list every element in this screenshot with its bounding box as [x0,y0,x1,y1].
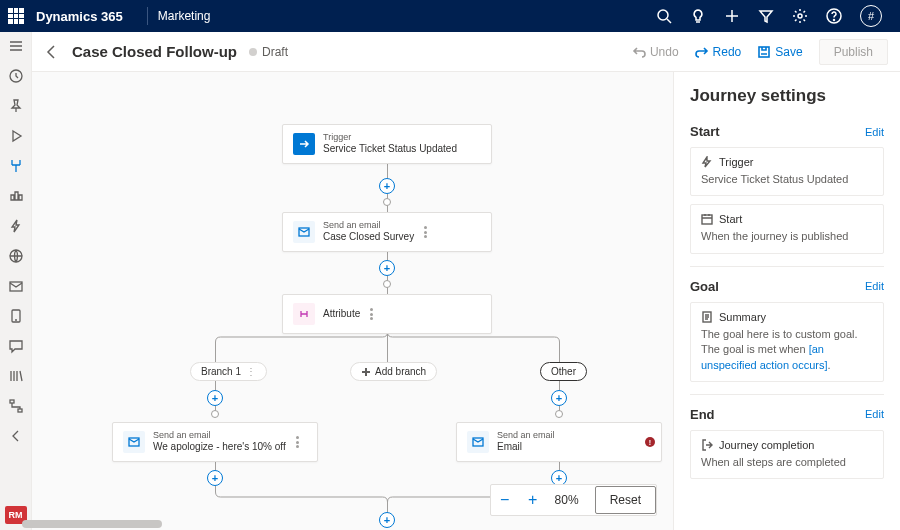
goal-text: The goal here is to custom goal. The goa… [701,327,873,373]
status-badge: Draft [262,45,288,59]
segments-icon[interactable] [8,188,24,204]
zoom-out-button[interactable]: − [491,491,519,509]
add-icon[interactable] [724,8,740,24]
clock-icon[interactable] [8,68,24,84]
gear-icon[interactable] [792,8,808,24]
other-pill[interactable]: Other [540,362,587,381]
journey-icon[interactable] [8,158,24,174]
email-node-apology[interactable]: Send an emailWe apologize - here's 10% o… [112,422,318,462]
card-label: Start [719,213,742,225]
add-step-button[interactable]: + [551,390,567,406]
flow-icon[interactable] [8,398,24,414]
branch-pill[interactable]: Branch 1⋮ [190,362,267,381]
menu-icon[interactable] [8,38,24,54]
zoom-controls: − + 80% Reset [490,484,657,516]
zoom-in-button[interactable]: + [519,491,547,509]
globe-icon[interactable] [8,248,24,264]
card-label: Journey completion [719,439,814,451]
chevron-left-icon[interactable] [8,428,24,444]
card-label: Trigger [719,156,753,168]
end-completion-card[interactable]: Journey completion When all steps are co… [690,430,884,479]
publish-button[interactable]: Publish [819,39,888,65]
command-bar: Case Closed Follow-up Draft Undo Redo Sa… [32,32,900,72]
panel-title: Journey settings [690,86,884,106]
connector-dot [555,410,563,418]
filter-icon[interactable] [758,8,774,24]
section-goal-heading: Goal [690,279,719,294]
node-label: Send an email [323,221,414,231]
card-value: Service Ticket Status Updated [701,172,873,187]
search-icon[interactable] [656,8,672,24]
node-title: Email [497,441,555,453]
attribute-node[interactable]: Attribute [282,294,492,334]
journey-canvas[interactable]: TriggerService Ticket Status Updated + S… [32,72,674,530]
branch-label: Branch 1 [201,366,241,377]
add-step-button[interactable]: + [207,470,223,486]
add-branch-label: Add branch [375,366,426,377]
chat-icon[interactable] [8,338,24,354]
error-icon[interactable]: ! [645,437,655,447]
node-label: Send an email [153,431,286,441]
back-icon[interactable] [44,44,60,60]
more-icon[interactable] [296,436,299,448]
play-icon[interactable] [8,128,24,144]
edit-goal-link[interactable]: Edit [865,280,884,292]
library-icon[interactable] [8,368,24,384]
edit-start-link[interactable]: Edit [865,126,884,138]
svg-point-1 [798,14,802,18]
device-icon[interactable] [8,308,24,324]
summary-icon [701,311,713,323]
zoom-reset-button[interactable]: Reset [595,486,656,514]
section-end-heading: End [690,407,715,422]
redo-button[interactable]: Redo [695,45,742,59]
topbar-divider [147,7,148,25]
help-icon[interactable] [826,8,842,24]
calendar-icon [701,213,713,225]
email-node-survey[interactable]: Send an emailCase Closed Survey [282,212,492,252]
bolt-icon[interactable] [8,218,24,234]
card-value: When the journey is published [701,229,873,244]
add-step-button[interactable]: + [207,390,223,406]
svg-point-3 [834,20,835,21]
trigger-node[interactable]: TriggerService Ticket Status Updated [282,124,492,164]
lightbulb-icon[interactable] [690,8,706,24]
avatar[interactable]: # [860,5,882,27]
settings-panel: Journey settings StartEdit Trigger Servi… [674,72,900,530]
connector-dot [383,280,391,288]
more-icon[interactable] [370,308,373,320]
pin-icon[interactable] [8,98,24,114]
app-launcher-icon[interactable] [8,8,24,24]
add-branch-button[interactable]: Add branch [350,362,437,381]
topbar-actions: # [656,5,882,27]
save-button[interactable]: Save [757,45,802,59]
svg-rect-14 [702,215,712,224]
section-start-heading: Start [690,124,720,139]
app-name[interactable]: Marketing [158,9,211,23]
email-node-other[interactable]: Send an emailEmail ! [456,422,662,462]
svg-rect-8 [10,400,14,403]
horizontal-scrollbar[interactable] [0,520,900,528]
start-trigger-card[interactable]: Trigger Service Ticket Status Updated [690,147,884,196]
card-label: Summary [719,311,766,323]
start-when-card[interactable]: Start When the journey is published [690,204,884,253]
undo-button[interactable]: Undo [632,45,679,59]
exit-icon [701,439,713,451]
global-topbar: Dynamics 365 Marketing # [0,0,900,32]
more-icon[interactable] [424,226,427,238]
node-title: Attribute [323,308,360,320]
svg-point-0 [658,10,668,20]
card-value: When all steps are completed [701,455,873,470]
svg-rect-9 [18,409,22,412]
edit-end-link[interactable]: Edit [865,408,884,420]
add-step-button[interactable]: + [379,260,395,276]
left-nav-rail: RM [0,32,32,530]
add-step-button[interactable]: + [379,178,395,194]
brand-name: Dynamics 365 [36,9,123,24]
node-label: Trigger [323,133,457,143]
node-title: Service Ticket Status Updated [323,143,457,155]
mail-icon[interactable] [8,278,24,294]
node-title: We apologize - here's 10% off [153,441,286,453]
svg-rect-10 [759,47,769,57]
goal-summary-card[interactable]: Summary The goal here is to custom goal.… [690,302,884,382]
connector-dot [211,410,219,418]
